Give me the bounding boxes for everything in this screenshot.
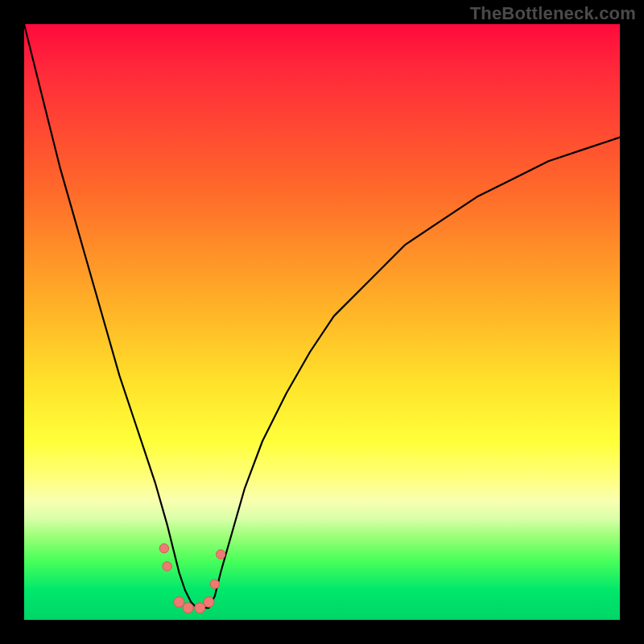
outer-frame: TheBottleneck.com xyxy=(0,0,644,644)
marker-dot xyxy=(183,603,193,613)
plot-area xyxy=(24,24,620,620)
bottleneck-curve xyxy=(24,24,620,608)
marker-dot xyxy=(204,597,214,607)
marker-dot xyxy=(210,580,219,588)
marker-dot xyxy=(159,544,168,553)
marker-dot xyxy=(195,603,205,613)
marker-dot xyxy=(163,562,171,571)
marker-dot xyxy=(174,597,184,607)
watermark-text: TheBottleneck.com xyxy=(470,3,636,24)
marker-dot xyxy=(217,550,225,559)
chart-svg xyxy=(24,24,620,620)
